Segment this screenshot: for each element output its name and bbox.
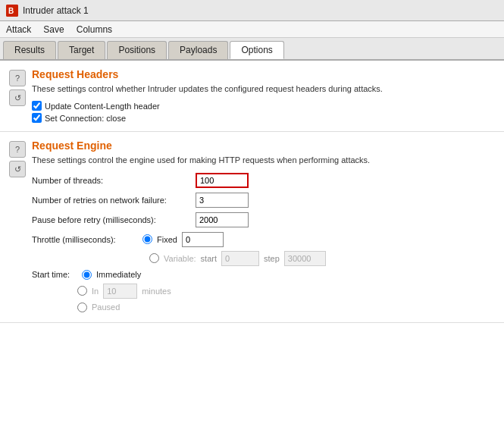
engine-section-icons: ? ↺ [9, 141, 26, 315]
tab-payloads[interactable]: Payloads [168, 41, 228, 59]
engine-help-icon[interactable]: ? [9, 141, 26, 158]
set-connection-close-label: Set Connection: close [45, 114, 126, 123]
threads-row: Number of threads: [32, 173, 495, 188]
refresh-icon[interactable]: ↺ [9, 89, 26, 106]
start-paused-label: Paused [92, 303, 120, 312]
start-in-input[interactable] [103, 284, 137, 299]
throttle-fixed-label: Fixed [157, 235, 177, 244]
pause-input[interactable] [196, 212, 249, 227]
retries-row: Number of retries on network failure: [32, 193, 495, 208]
update-content-length-label: Update Content-Length header [45, 102, 160, 111]
start-in-row: In minutes [32, 284, 495, 299]
throttle-fixed-radio[interactable] [142, 234, 152, 244]
engine-refresh-icon[interactable]: ↺ [9, 161, 26, 177]
svg-text:B: B [8, 7, 14, 15]
request-headers-title: Request Headers [32, 68, 495, 80]
start-in-radio[interactable] [77, 286, 87, 296]
start-immediately-label: Immediately [96, 270, 141, 279]
request-headers-section: ? ↺ Request Headers These settings contr… [0, 61, 504, 132]
variable-start-input[interactable] [221, 251, 259, 266]
variable-step-input[interactable] [284, 251, 326, 266]
help-icon[interactable]: ? [9, 70, 26, 86]
retries-label: Number of retries on network failure: [32, 196, 191, 205]
throttle-variable-row: Variable: start step [32, 251, 495, 266]
content-area: ? ↺ Request Headers These settings contr… [0, 61, 504, 442]
request-engine-desc: These settings control the engine used f… [32, 155, 495, 166]
pause-label: Pause before retry (milliseconds): [32, 215, 191, 224]
section-icons: ? ↺ [9, 70, 26, 125]
menu-bar: Attack Save Columns [0, 21, 504, 38]
menu-columns[interactable]: Columns [74, 24, 115, 36]
checkbox-row-0: Update Content-Length header [32, 101, 495, 111]
window-title: Intruder attack 1 [23, 5, 89, 16]
request-headers-body: Request Headers These settings control w… [32, 68, 495, 125]
title-bar: B Intruder attack 1 [0, 0, 504, 21]
retries-input[interactable] [196, 193, 249, 208]
checkbox-row-1: Set Connection: close [32, 113, 495, 123]
start-minutes-label: minutes [142, 287, 171, 296]
throttle-label: Throttle (milliseconds): [32, 235, 138, 244]
menu-attack[interactable]: Attack [3, 24, 34, 36]
request-engine-body: Request Engine These settings control th… [32, 139, 495, 315]
start-in-label: In [92, 287, 99, 296]
tab-options[interactable]: Options [230, 41, 283, 59]
update-content-length-checkbox[interactable] [32, 101, 42, 111]
start-time-label: Start time: [32, 270, 77, 279]
pause-row: Pause before retry (milliseconds): [32, 212, 495, 227]
app-icon: B [6, 5, 18, 17]
request-engine-section: ? ↺ Request Engine These settings contro… [0, 132, 504, 322]
start-paused-radio[interactable] [77, 303, 87, 312]
start-time-row: Start time: Immediately [32, 270, 495, 280]
threads-input[interactable] [196, 173, 249, 188]
threads-label: Number of threads: [32, 176, 191, 185]
tab-target[interactable]: Target [58, 41, 105, 59]
tabs-bar: Results Target Positions Payloads Option… [0, 38, 504, 61]
tab-results[interactable]: Results [3, 41, 56, 59]
menu-save[interactable]: Save [40, 24, 67, 36]
variable-start-label: start [201, 254, 217, 263]
throttle-variable-label: Variable: [164, 254, 196, 263]
throttle-fixed-input[interactable] [182, 232, 224, 247]
start-paused-row: Paused [32, 303, 495, 312]
start-immediately-radio[interactable] [82, 270, 92, 280]
tab-positions[interactable]: Positions [107, 41, 167, 59]
variable-step-label: step [264, 254, 280, 263]
set-connection-close-checkbox[interactable] [32, 113, 42, 123]
request-engine-title: Request Engine [32, 139, 495, 152]
throttle-fixed-row: Throttle (milliseconds): Fixed [32, 232, 495, 247]
request-headers-desc: These settings control whether Intruder … [32, 83, 495, 95]
throttle-variable-radio[interactable] [149, 253, 159, 263]
